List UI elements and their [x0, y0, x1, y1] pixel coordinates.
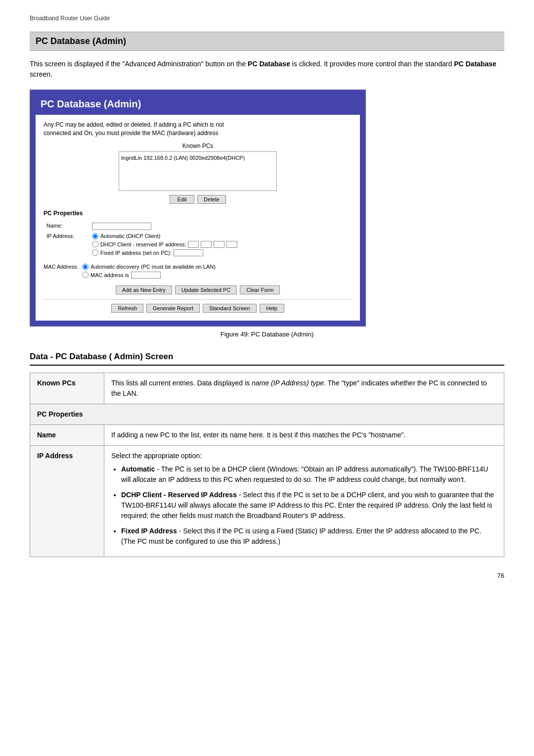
- data-section-title: Data - PC Database ( Admin) Screen: [30, 352, 504, 366]
- generate-report-button[interactable]: Generate Report: [146, 304, 200, 313]
- fixed-ip-input[interactable]: [174, 249, 203, 256]
- pc-properties-header-cell: PC Properties: [30, 404, 504, 425]
- mac-input[interactable]: [131, 272, 161, 279]
- ip-label: IP Address:: [44, 232, 89, 259]
- radio-automatic-label: Automatic (DHCP Client): [100, 233, 160, 239]
- help-button[interactable]: Help: [260, 304, 284, 313]
- screenshot-box: PC Database (Admin) Any PC may be added,…: [30, 90, 366, 327]
- nav-buttons: Refresh Generate Report Standard Screen …: [44, 299, 352, 315]
- standard-screen-button[interactable]: Standard Screen: [203, 304, 257, 313]
- page-number: 76: [30, 572, 504, 579]
- table-row-ip-address: IP Address Select the appropriate option…: [30, 445, 504, 557]
- ip-table-label: IP Address: [30, 445, 104, 557]
- radio-dhcp-row: DHCP Client - reserved IP address:: [92, 241, 349, 248]
- bottom-buttons: Add as New Entry Update Selected PC Clea…: [44, 285, 352, 294]
- name-table-label: Name: [30, 425, 104, 445]
- ip-bullets-list: Automatic - The PC is set to be a DHCP c…: [121, 464, 497, 547]
- table-row-pc-properties-header: PC Properties: [30, 404, 504, 425]
- radio-fixed-label: Fixed IP address (set on PC):: [100, 250, 172, 256]
- page-header: Broadband Router User Guide: [30, 15, 504, 22]
- section1-description: This screen is displayed if the "Advance…: [30, 59, 504, 80]
- mac-manual-label: MAC address is: [90, 272, 129, 278]
- mac-auto-label: Automatic discovery (PC must be availabl…: [90, 264, 216, 270]
- radio-fixed[interactable]: [92, 249, 98, 256]
- table-row-known-pcs: Known PCs This lists all current entries…: [30, 373, 504, 404]
- screenshot-title-bar: PC Database (Admin): [36, 95, 360, 115]
- name-input-cell: [90, 222, 351, 231]
- ip-options-cell: Automatic (DHCP Client) DHCP Client - re…: [90, 232, 351, 259]
- ip-box-4[interactable]: [226, 241, 237, 248]
- mac-section: MAC Address: Automatic discovery (PC mus…: [44, 264, 352, 279]
- screenshot-title: PC Database (Admin): [41, 98, 141, 109]
- ip-box-1[interactable]: [188, 241, 199, 248]
- known-pcs-entry: IngridLin 192.168.0.2 (LAN) 0020ed2908e4…: [121, 154, 274, 162]
- radio-automatic-row: Automatic (DHCP Client): [92, 233, 349, 239]
- table-row-name: Name If adding a new PC to the list, ent…: [30, 425, 504, 445]
- radio-mac-manual[interactable]: [82, 272, 89, 278]
- ip-bullet-fixed: Fixed IP Address - Select this if the PC…: [121, 526, 497, 547]
- radio-dhcp-label: DHCP Client - reserved IP address:: [100, 241, 186, 247]
- known-pcs-list[interactable]: IngridLin 192.168.0.2 (LAN) 0020ed2908e4…: [119, 151, 277, 191]
- screenshot-content: Any PC may be added, edited or deleted. …: [36, 115, 360, 321]
- edit-button[interactable]: Edit: [170, 195, 194, 204]
- name-input[interactable]: [92, 223, 151, 230]
- name-table-content: If adding a new PC to the list, enter it…: [104, 425, 504, 445]
- ip-bullet-dhcp-reserved: DCHP Client - Reserved IP Address - Sele…: [121, 490, 497, 521]
- ip-table-content: Select the appropriate option: Automatic…: [104, 445, 504, 557]
- radio-dhcp[interactable]: [92, 241, 98, 247]
- known-pcs-label: Known PCs: [44, 142, 352, 149]
- section1-title: PC Database (Admin): [30, 32, 504, 51]
- ip-bullet-automatic: Automatic - The PC is set to be a DHCP c…: [121, 464, 497, 485]
- edit-delete-row: Edit Delete: [44, 195, 352, 204]
- mac-label: MAC Address:: [44, 264, 78, 270]
- radio-mac-auto[interactable]: [82, 264, 89, 270]
- radio-automatic[interactable]: [92, 233, 98, 239]
- pc-properties-table: Name: IP Address: Automatic (DHCP Client…: [44, 221, 352, 260]
- mac-manual-row: MAC address is: [82, 272, 352, 279]
- name-label: Name:: [44, 222, 89, 231]
- figure-caption: Figure 49: PC Database (Admin): [30, 331, 504, 338]
- ip-box-2[interactable]: [201, 241, 212, 248]
- update-selected-button[interactable]: Update Selected PC: [175, 285, 237, 294]
- screen-intro: Any PC may be added, edited or deleted. …: [44, 121, 352, 138]
- ip-box-3[interactable]: [214, 241, 224, 248]
- clear-form-button[interactable]: Clear Form: [240, 285, 280, 294]
- known-pcs-table-label: Known PCs: [30, 373, 104, 404]
- mac-auto-row: MAC Address: Automatic discovery (PC mus…: [44, 264, 352, 270]
- delete-button[interactable]: Delete: [197, 195, 226, 204]
- radio-fixed-row: Fixed IP address (set on PC):: [92, 249, 349, 256]
- refresh-button[interactable]: Refresh: [111, 304, 143, 313]
- known-pcs-table-content: This lists all current entries. Data dis…: [104, 373, 504, 404]
- page-header-text: Broadband Router User Guide: [30, 15, 110, 22]
- add-new-entry-button[interactable]: Add as New Entry: [116, 285, 172, 294]
- data-table: Known PCs This lists all current entries…: [30, 373, 504, 557]
- pc-properties-title: PC Properties: [44, 210, 352, 217]
